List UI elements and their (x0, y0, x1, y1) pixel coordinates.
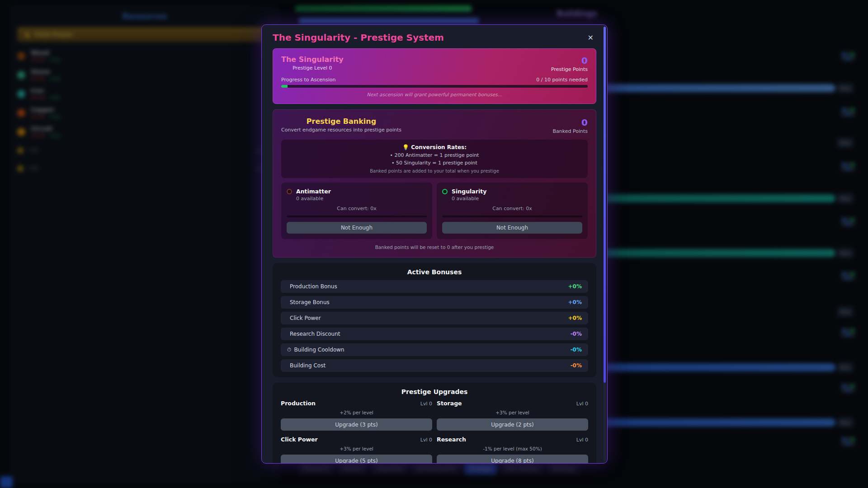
bonus-value: -0% (571, 347, 582, 353)
banking-subtitle: Convert endgame resources into prestige … (281, 127, 401, 133)
upgrade-button[interactable]: Upgrade (3 pts) (281, 418, 432, 431)
convert-button[interactable]: Not Enough (442, 222, 582, 234)
upgrade-name: Storage (437, 400, 462, 407)
bonus-value: -0% (571, 362, 582, 369)
singularity-card: The Singularity Prestige Level 0 0 Prest… (273, 48, 596, 104)
bonus-value: +0% (568, 283, 582, 290)
modal-scrollbar-thumb[interactable] (604, 27, 606, 383)
upgrade-click-power: Click Power Lvl 0 +3% per level Upgrade … (281, 436, 432, 464)
bonus-row-production: Production Bonus +0% (281, 280, 588, 293)
converter-can-convert: Can convert: 0x (442, 206, 582, 211)
bonus-row-building-cooldown: ⏱ Building Cooldown -0% (281, 343, 588, 356)
convert-button[interactable]: Not Enough (287, 222, 427, 234)
banking-title: Prestige Banking (281, 117, 401, 126)
converter-slider[interactable] (287, 216, 427, 217)
active-bonuses-title: Active Bonuses (281, 268, 588, 276)
upgrade-desc: -1% per level (max 50%) (437, 446, 588, 451)
bonus-label: Building Cost (290, 362, 326, 369)
bonus-label: Production Bonus (290, 283, 337, 290)
banked-points-value: 0 (552, 117, 588, 128)
upgrade-button[interactable]: Upgrade (2 pts) (437, 418, 588, 431)
converter-available: 0 available (452, 196, 486, 202)
upgrade-level: Lvl 0 (576, 401, 588, 407)
converter-name: Antimatter (296, 188, 331, 195)
modal-title: The Singularity - Prestige System (273, 32, 444, 43)
upgrade-desc: +2% per level (281, 410, 432, 415)
conversion-rates-box: 💡 Conversion Rates: • 200 Antimatter = 1… (281, 140, 588, 178)
conversion-rates-note: Banked points are added to your total wh… (286, 169, 583, 174)
bonus-value: +0% (568, 315, 582, 321)
converter-slider[interactable] (442, 216, 582, 217)
conversion-rates-title: 💡 Conversion Rates: (286, 144, 583, 150)
upgrade-storage: Storage Lvl 0 +3% per level Upgrade (2 p… (437, 400, 588, 431)
converter-singularity: Singularity 0 available Can convert: 0x … (437, 183, 588, 239)
bonus-label: Building Cooldown (294, 347, 344, 353)
prestige-upgrades-section: Prestige Upgrades Production Lvl 0 +2% p… (273, 383, 596, 464)
ascension-progress-fill (281, 85, 288, 88)
singularity-radio-icon[interactable] (442, 189, 448, 194)
ascension-points-needed: 0 / 10 points needed (536, 77, 588, 83)
stopwatch-icon: ⏱ (287, 347, 291, 353)
bonus-value: +0% (568, 299, 582, 305)
ascension-hint: Next ascension will grant powerful perma… (281, 92, 588, 97)
upgrade-production: Production Lvl 0 +2% per level Upgrade (… (281, 400, 432, 431)
converter-antimatter: Antimatter 0 available Can convert: 0x N… (281, 183, 432, 239)
bonus-row-research-discount: Research Discount -0% (281, 328, 588, 340)
close-icon[interactable]: ✕ (585, 33, 596, 43)
upgrade-desc: +3% per level (281, 446, 432, 451)
active-bonuses-section: Active Bonuses Production Bonus +0% Stor… (273, 263, 596, 377)
prestige-banking-card: Prestige Banking Convert endgame resourc… (273, 109, 596, 258)
prestige-points-label: Prestige Points (551, 66, 588, 72)
ascension-progress-bar (281, 85, 588, 88)
converter-name: Singularity (452, 188, 486, 195)
upgrade-button[interactable]: Upgrade (8 pts) (437, 455, 588, 464)
prestige-level-label: Prestige Level 0 (281, 65, 344, 71)
bonus-row-storage: Storage Bonus +0% (281, 296, 588, 309)
upgrade-desc: +3% per level (437, 410, 588, 415)
prestige-upgrades-title: Prestige Upgrades (281, 388, 588, 395)
converter-can-convert: Can convert: 0x (287, 206, 427, 211)
ascension-progress-label: Progress to Ascension (281, 77, 336, 83)
banked-points-label: Banked Points (552, 128, 588, 134)
bonus-row-building-cost: Building Cost -0% (281, 359, 588, 372)
bonus-label: Click Power (290, 315, 321, 321)
upgrade-name: Click Power (281, 436, 318, 443)
upgrade-level: Lvl 0 (420, 437, 432, 443)
prestige-modal: The Singularity - Prestige System ✕ The … (261, 24, 608, 464)
upgrade-level: Lvl 0 (576, 437, 588, 443)
prestige-points-value: 0 (551, 55, 588, 66)
conversion-rate: • 200 Antimatter = 1 prestige point (286, 152, 583, 158)
bonus-value: -0% (571, 331, 582, 337)
converter-available: 0 available (296, 196, 331, 202)
singularity-card-title: The Singularity (281, 55, 344, 64)
bonus-label: Research Discount (290, 331, 340, 337)
bonus-row-click-power: Click Power +0% (281, 312, 588, 324)
modal-scrollbar (604, 27, 606, 461)
upgrade-research: Research Lvl 0 -1% per level (max 50%) U… (437, 436, 588, 464)
bonus-label: Storage Bonus (290, 299, 330, 305)
upgrade-level: Lvl 0 (420, 401, 432, 407)
upgrade-name: Research (437, 436, 466, 443)
antimatter-radio-icon[interactable] (287, 189, 292, 194)
upgrade-button[interactable]: Upgrade (5 pts) (281, 455, 432, 464)
upgrade-name: Production (281, 400, 316, 407)
conversion-rate: • 50 Singularity = 1 prestige point (286, 160, 583, 166)
banked-reset-note: Banked points will be reset to 0 after y… (281, 244, 588, 250)
